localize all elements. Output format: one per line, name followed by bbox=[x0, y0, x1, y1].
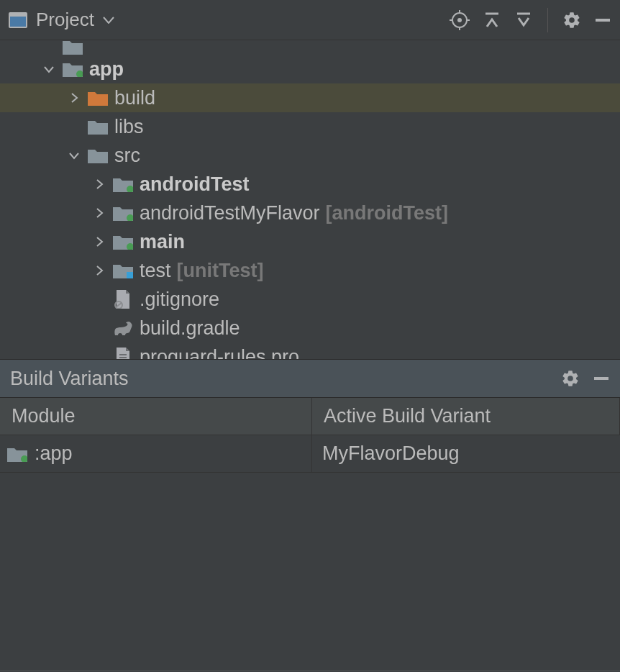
folder-icon bbox=[87, 119, 109, 135]
tree-node-libs[interactable]: libs bbox=[0, 112, 620, 141]
cell-variant[interactable]: MyFlavorDebug bbox=[312, 435, 620, 472]
tree-label-suffix: [unitTest] bbox=[177, 260, 264, 282]
tree-label: libs bbox=[114, 116, 144, 138]
tree-label: build bbox=[114, 87, 155, 109]
folder-icon bbox=[62, 40, 83, 55]
tree-node-build[interactable]: build bbox=[0, 83, 620, 112]
chevron-right-icon[interactable] bbox=[86, 178, 112, 190]
tree-label: androidTest bbox=[140, 173, 250, 196]
module-icon bbox=[7, 446, 27, 462]
svg-point-1 bbox=[457, 18, 462, 22]
tree-label: main bbox=[140, 231, 185, 253]
tree-node-gitignore[interactable]: .gitignore bbox=[0, 285, 620, 314]
test-module-icon bbox=[112, 205, 134, 221]
build-variants-title: Build Variants bbox=[10, 368, 129, 390]
variants-hide-button[interactable] bbox=[593, 370, 610, 387]
file-icon bbox=[112, 348, 134, 359]
variants-empty-area bbox=[0, 473, 620, 671]
chevron-right-icon[interactable] bbox=[86, 207, 112, 219]
tree-node-main[interactable]: main bbox=[0, 227, 620, 256]
column-header-variant[interactable]: Active Build Variant bbox=[312, 398, 620, 435]
svg-rect-8 bbox=[596, 19, 610, 22]
build-variants-header: Build Variants bbox=[0, 359, 620, 398]
tree-node-test[interactable]: test [unitTest] bbox=[0, 256, 620, 285]
column-header-module[interactable]: Module bbox=[0, 398, 312, 435]
minimize-icon bbox=[593, 370, 610, 387]
toolbar-right bbox=[450, 8, 611, 32]
project-toolbar: Project bbox=[0, 0, 620, 40]
project-title: Project bbox=[36, 9, 94, 31]
tree-label-suffix: [androidTest] bbox=[326, 202, 449, 224]
table-row[interactable]: :app MyFlavorDebug bbox=[0, 435, 620, 473]
tree-node-app[interactable]: app bbox=[0, 55, 620, 83]
hide-button[interactable] bbox=[594, 12, 611, 29]
unit-test-module-icon bbox=[112, 263, 134, 278]
variant-value: MyFlavorDebug bbox=[322, 442, 460, 465]
module-name: :app bbox=[35, 442, 73, 465]
tree-label: test bbox=[140, 260, 171, 282]
expand-all-icon bbox=[483, 11, 501, 29]
target-icon bbox=[450, 10, 470, 30]
gear-icon bbox=[561, 369, 580, 388]
tree-label: proguard-rules.pro bbox=[140, 346, 299, 360]
chevron-down-icon bbox=[103, 17, 114, 24]
chevron-right-icon[interactable] bbox=[86, 265, 112, 276]
tree-node-androidtestmyflavor[interactable]: androidTestMyFlavor [androidTest] bbox=[0, 199, 620, 227]
table-header: Module Active Build Variant bbox=[0, 398, 620, 435]
window-icon bbox=[9, 12, 27, 28]
folder-icon bbox=[87, 147, 109, 163]
tree-node-proguard[interactable]: proguard-rules.pro bbox=[0, 342, 620, 359]
chevron-right-icon[interactable] bbox=[86, 236, 112, 248]
test-module-icon bbox=[112, 176, 134, 192]
expand-all-button[interactable] bbox=[483, 11, 501, 29]
chevron-down-icon[interactable] bbox=[61, 150, 87, 161]
excluded-folder-icon bbox=[87, 90, 109, 106]
select-opened-file-button[interactable] bbox=[450, 10, 470, 30]
chevron-down-icon[interactable] bbox=[36, 63, 62, 75]
tree-label: app bbox=[89, 58, 124, 81]
gradle-icon bbox=[112, 320, 134, 336]
build-variants-table: Module Active Build Variant :app MyFlavo… bbox=[0, 398, 620, 473]
minimize-icon bbox=[594, 12, 611, 29]
collapse-all-icon bbox=[514, 11, 533, 29]
module-icon bbox=[62, 61, 83, 77]
settings-button[interactable] bbox=[562, 11, 581, 29]
tree-node-src[interactable]: src bbox=[0, 141, 620, 170]
tree-node-build-gradle[interactable]: build.gradle bbox=[0, 314, 620, 342]
svg-rect-13 bbox=[127, 272, 133, 278]
tree-label: src bbox=[114, 145, 140, 167]
file-ignored-icon bbox=[112, 290, 134, 309]
variants-settings-button[interactable] bbox=[561, 369, 580, 388]
svg-rect-19 bbox=[594, 377, 608, 380]
tree-node-androidtest[interactable]: androidTest bbox=[0, 170, 620, 199]
view-dropdown-button[interactable] bbox=[103, 17, 114, 24]
tree-label: build.gradle bbox=[140, 317, 240, 340]
tree-label: .gitignore bbox=[140, 289, 219, 311]
tree-node-truncated[interactable] bbox=[0, 40, 620, 55]
tree-label: androidTestMyFlavor bbox=[140, 202, 320, 224]
source-module-icon bbox=[112, 234, 134, 250]
project-tree[interactable]: app build libs src androidTest bbox=[0, 40, 620, 359]
toolbar-separator bbox=[547, 8, 548, 32]
cell-module: :app bbox=[0, 435, 312, 472]
chevron-right-icon[interactable] bbox=[61, 92, 87, 104]
collapse-all-button[interactable] bbox=[514, 11, 533, 29]
gear-icon bbox=[562, 11, 581, 29]
toolbar-left: Project bbox=[9, 9, 114, 31]
